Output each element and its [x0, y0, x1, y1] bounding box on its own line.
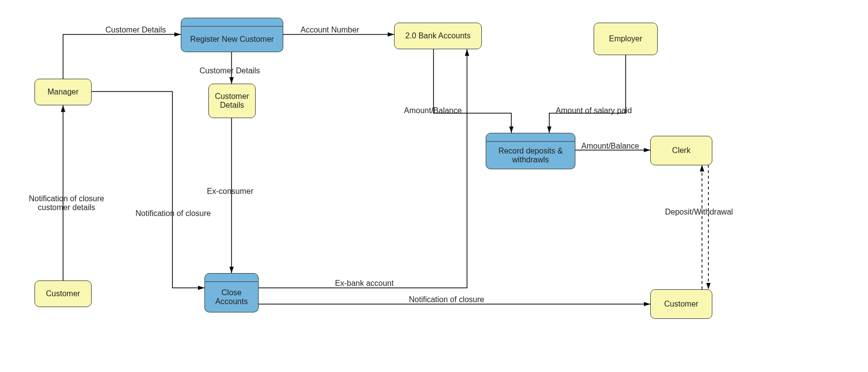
process-close-label: Close Accounts	[215, 288, 248, 306]
edge-label-account-number: Account Number	[300, 26, 359, 34]
process-register-body: Register New Customer	[181, 27, 283, 52]
process-header	[204, 273, 259, 282]
edge-label-ex-consumer: Ex-consumer	[207, 187, 253, 196]
entity-customer-right: Customer	[650, 289, 712, 319]
datastore-bank-accounts: 2.0 Bank Accounts	[394, 23, 482, 49]
process-register-new-customer: Register New Customer	[181, 18, 283, 52]
entity-clerk-label: Clerk	[672, 146, 690, 155]
entity-customer-right-label: Customer	[664, 300, 698, 309]
datastore-customer-details-label: Customer Details	[215, 92, 249, 110]
edge-label-amount-balance-1: Amount/Balance	[404, 106, 462, 115]
entity-employer: Employer	[594, 23, 658, 55]
entity-clerk: Clerk	[650, 136, 712, 165]
edge-label-customer-details-2: Customer Details	[200, 66, 260, 75]
process-close-accounts: Close Accounts	[204, 273, 259, 312]
process-header	[181, 18, 283, 27]
edge-label-ex-bank-account: Ex-bank account	[335, 279, 394, 288]
datastore-bank-accounts-label: 2.0 Bank Accounts	[405, 31, 471, 40]
process-register-label: Register New Customer	[190, 35, 274, 44]
dfd-canvas: Manager Customer Register New Customer C…	[0, 0, 868, 372]
edge-label-notif-closure-details: Notification of closure customer details	[25, 194, 108, 212]
connectors	[0, 0, 868, 372]
entity-employer-label: Employer	[609, 34, 642, 43]
process-record-deposits: Record deposits & withdrawls	[486, 133, 575, 169]
entity-customer-left-label: Customer	[46, 289, 80, 298]
edge-label-customer-details-1: Customer Details	[105, 26, 166, 34]
edge-label-notification-closure-1: Notification of closure	[135, 209, 211, 218]
edge-label-notification-closure-2: Notification of closure	[409, 295, 484, 304]
process-header	[486, 133, 575, 142]
edge-label-salary-paid: Amount of salary paid	[556, 106, 632, 115]
entity-manager: Manager	[34, 79, 92, 105]
edge-label-amount-balance-2: Amount/Balance	[581, 142, 639, 151]
process-record-body: Record deposits & withdrawls	[486, 142, 575, 169]
edge-label-deposit-withdrawal: Deposit/Withdrawal	[665, 208, 733, 217]
entity-manager-label: Manager	[47, 88, 78, 96]
process-record-label: Record deposits & withdrawls	[499, 147, 563, 164]
entity-customer-left: Customer	[34, 280, 92, 307]
datastore-customer-details: Customer Details	[208, 84, 256, 118]
process-close-body: Close Accounts	[204, 282, 259, 312]
